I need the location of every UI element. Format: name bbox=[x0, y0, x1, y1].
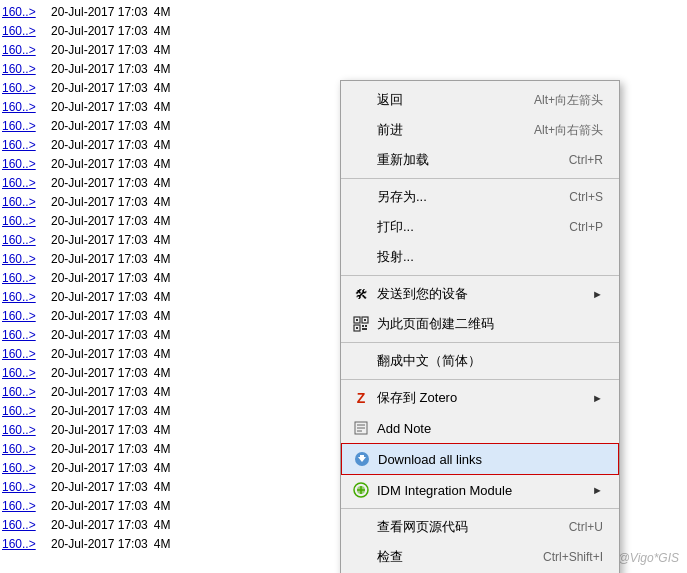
file-link[interactable]: 160..> bbox=[2, 347, 47, 361]
menu-item-label: IDM Integration Module bbox=[377, 483, 582, 498]
menu-item-send-device[interactable]: 🛠 发送到您的设备 ► bbox=[341, 279, 619, 309]
file-date: 20-Jul-2017 17:03 bbox=[51, 100, 148, 114]
file-size: 4M bbox=[154, 537, 171, 551]
file-row: 160..> 20-Jul-2017 17:03 4M bbox=[0, 363, 340, 382]
file-size: 4M bbox=[154, 347, 171, 361]
menu-item-idm[interactable]: IDM Integration Module ► bbox=[341, 475, 619, 505]
menu-item-print[interactable]: 打印... Ctrl+P bbox=[341, 212, 619, 242]
file-link[interactable]: 160..> bbox=[2, 43, 47, 57]
menu-item-viewsource[interactable]: 查看网页源代码 Ctrl+U bbox=[341, 512, 619, 542]
file-size: 4M bbox=[154, 518, 171, 532]
file-link[interactable]: 160..> bbox=[2, 404, 47, 418]
menu-item-label: 前进 bbox=[377, 121, 514, 139]
file-row: 160..> 20-Jul-2017 17:03 4M bbox=[0, 325, 340, 344]
file-date: 20-Jul-2017 17:03 bbox=[51, 24, 148, 38]
file-row: 160..> 20-Jul-2017 17:03 4M bbox=[0, 420, 340, 439]
empty-icon bbox=[351, 120, 371, 140]
file-link[interactable]: 160..> bbox=[2, 62, 47, 76]
svg-rect-3 bbox=[364, 319, 366, 321]
svg-rect-1 bbox=[356, 319, 358, 321]
empty-icon bbox=[351, 90, 371, 110]
file-link[interactable]: 160..> bbox=[2, 195, 47, 209]
file-link[interactable]: 160..> bbox=[2, 252, 47, 266]
empty-icon bbox=[351, 547, 371, 567]
file-link[interactable]: 160..> bbox=[2, 461, 47, 475]
file-link[interactable]: 160..> bbox=[2, 81, 47, 95]
svg-rect-7 bbox=[365, 325, 367, 327]
menu-item-label: 发送到您的设备 bbox=[377, 285, 582, 303]
file-row: 160..> 20-Jul-2017 17:03 4M bbox=[0, 116, 340, 135]
file-link[interactable]: 160..> bbox=[2, 480, 47, 494]
file-link[interactable]: 160..> bbox=[2, 328, 47, 342]
file-size: 4M bbox=[154, 480, 171, 494]
file-date: 20-Jul-2017 17:03 bbox=[51, 176, 148, 190]
file-row: 160..> 20-Jul-2017 17:03 4M bbox=[0, 211, 340, 230]
file-link[interactable]: 160..> bbox=[2, 366, 47, 380]
file-link[interactable]: 160..> bbox=[2, 138, 47, 152]
file-size: 4M bbox=[154, 328, 171, 342]
file-size: 4M bbox=[154, 100, 171, 114]
file-link[interactable]: 160..> bbox=[2, 499, 47, 513]
file-link[interactable]: 160..> bbox=[2, 518, 47, 532]
menu-item-forward[interactable]: 前进 Alt+向右箭头 bbox=[341, 115, 619, 145]
svg-rect-15 bbox=[360, 455, 364, 458]
addnote-icon bbox=[351, 418, 371, 438]
file-size: 4M bbox=[154, 138, 171, 152]
file-link[interactable]: 160..> bbox=[2, 309, 47, 323]
menu-item-saveas[interactable]: 另存为... Ctrl+S bbox=[341, 182, 619, 212]
file-row: 160..> 20-Jul-2017 17:03 4M bbox=[0, 97, 340, 116]
menu-item-zotero[interactable]: Z 保存到 Zotero ► bbox=[341, 383, 619, 413]
menu-item-downloadlinks[interactable]: Download all links bbox=[341, 443, 619, 475]
file-size: 4M bbox=[154, 176, 171, 190]
empty-icon bbox=[351, 217, 371, 237]
menu-item-reload[interactable]: 重新加载 Ctrl+R bbox=[341, 145, 619, 175]
file-size: 4M bbox=[154, 5, 171, 19]
menu-item-translate[interactable]: 翻成中文（简体） bbox=[341, 346, 619, 376]
file-link[interactable]: 160..> bbox=[2, 385, 47, 399]
file-link[interactable]: 160..> bbox=[2, 214, 47, 228]
file-size: 4M bbox=[154, 119, 171, 133]
file-row: 160..> 20-Jul-2017 17:03 4M bbox=[0, 382, 340, 401]
menu-separator bbox=[341, 379, 619, 380]
downlink-icon bbox=[352, 449, 372, 469]
menu-item-label: 为此页面创建二维码 bbox=[377, 315, 603, 333]
file-link[interactable]: 160..> bbox=[2, 423, 47, 437]
file-date: 20-Jul-2017 17:03 bbox=[51, 347, 148, 361]
file-link[interactable]: 160..> bbox=[2, 5, 47, 19]
file-link[interactable]: 160..> bbox=[2, 100, 47, 114]
file-date: 20-Jul-2017 17:03 bbox=[51, 233, 148, 247]
file-row: 160..> 20-Jul-2017 17:03 4M bbox=[0, 2, 340, 21]
file-link[interactable]: 160..> bbox=[2, 271, 47, 285]
menu-separator bbox=[341, 275, 619, 276]
menu-item-cast[interactable]: 投射... bbox=[341, 242, 619, 272]
menu-item-label: 返回 bbox=[377, 91, 514, 109]
file-row: 160..> 20-Jul-2017 17:03 4M bbox=[0, 78, 340, 97]
file-link[interactable]: 160..> bbox=[2, 537, 47, 551]
file-size: 4M bbox=[154, 442, 171, 456]
file-link[interactable]: 160..> bbox=[2, 24, 47, 38]
file-row: 160..> 20-Jul-2017 17:03 4M bbox=[0, 439, 340, 458]
file-link[interactable]: 160..> bbox=[2, 157, 47, 171]
file-size: 4M bbox=[154, 290, 171, 304]
file-date: 20-Jul-2017 17:03 bbox=[51, 537, 148, 551]
file-row: 160..> 20-Jul-2017 17:03 4M bbox=[0, 401, 340, 420]
file-row: 160..> 20-Jul-2017 17:03 4M bbox=[0, 154, 340, 173]
file-link[interactable]: 160..> bbox=[2, 442, 47, 456]
file-link[interactable]: 160..> bbox=[2, 119, 47, 133]
file-date: 20-Jul-2017 17:03 bbox=[51, 119, 148, 133]
file-link[interactable]: 160..> bbox=[2, 290, 47, 304]
menu-item-addnote[interactable]: Add Note bbox=[341, 413, 619, 443]
menu-item-label: 查看网页源代码 bbox=[377, 518, 549, 536]
file-link[interactable]: 160..> bbox=[2, 233, 47, 247]
empty-icon bbox=[351, 351, 371, 371]
svg-rect-5 bbox=[356, 327, 358, 329]
empty-icon bbox=[351, 187, 371, 207]
file-row: 160..> 20-Jul-2017 17:03 4M bbox=[0, 192, 340, 211]
file-link[interactable]: 160..> bbox=[2, 176, 47, 190]
menu-item-label: 另存为... bbox=[377, 188, 549, 206]
file-date: 20-Jul-2017 17:03 bbox=[51, 157, 148, 171]
file-date: 20-Jul-2017 17:03 bbox=[51, 499, 148, 513]
menu-item-back[interactable]: 返回 Alt+向左箭头 bbox=[341, 85, 619, 115]
menu-item-create-qr[interactable]: 为此页面创建二维码 bbox=[341, 309, 619, 339]
menu-item-inspect[interactable]: 检查 Ctrl+Shift+I bbox=[341, 542, 619, 572]
